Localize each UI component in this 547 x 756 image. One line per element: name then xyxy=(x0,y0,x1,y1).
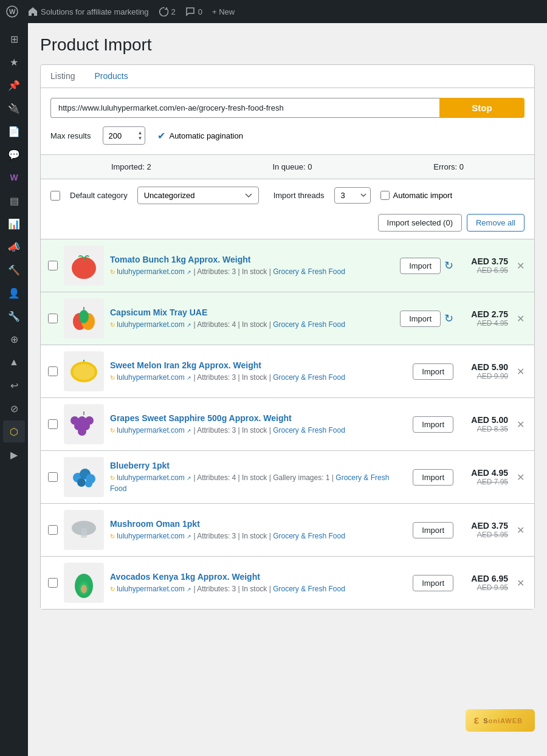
import-button[interactable]: Import xyxy=(413,363,453,380)
url-row: Stop xyxy=(50,98,525,118)
product-thumbnail xyxy=(64,246,104,286)
remove-button[interactable]: ✕ xyxy=(514,523,527,537)
import-threads-label: Import threads xyxy=(274,191,325,200)
auto-import-checkbox[interactable] xyxy=(380,191,390,200)
product-name[interactable]: Blueberry 1pkt xyxy=(110,461,407,470)
comments-button[interactable]: 0 xyxy=(185,7,202,16)
new-button[interactable]: + New xyxy=(212,7,235,16)
star-icon[interactable]: ★ xyxy=(3,51,25,73)
default-category-label: Default category xyxy=(70,191,128,200)
import-button[interactable]: Import xyxy=(413,522,453,538)
remove-button[interactable]: ✕ xyxy=(514,470,527,484)
triangle-icon[interactable]: ▲ xyxy=(3,351,25,373)
refresh-icon[interactable]: ↻ xyxy=(444,312,453,325)
import-selected-button[interactable]: Import selected (0) xyxy=(378,214,462,232)
product-import-card: Listing Products Stop Max results ▲▼ xyxy=(40,64,535,610)
source-link[interactable]: luluhypermarket.com xyxy=(117,320,184,329)
tools-icon[interactable]: 🔨 xyxy=(3,259,25,281)
woo-icon[interactable]: W xyxy=(3,167,25,188)
stats-row: Imported: 2 In queue: 0 Errors: 0 xyxy=(41,154,534,179)
plugin-icon[interactable]: 🔌 xyxy=(3,97,25,119)
product-name[interactable]: Tomato Bunch 1kg Approx. Weight xyxy=(110,255,394,264)
remove-button[interactable]: ✕ xyxy=(514,418,527,431)
undo-icon[interactable]: ↩ xyxy=(3,374,25,396)
imported-stat: Imported: 2 xyxy=(111,162,151,171)
product-name[interactable]: Capsicum Mix Tray UAE xyxy=(110,308,394,317)
circle-icon[interactable]: ⊘ xyxy=(3,397,25,419)
add-icon[interactable]: ⊕ xyxy=(3,328,25,350)
price-original: AED 6.95 xyxy=(459,266,508,275)
threads-select[interactable]: 3 1 2 4 5 xyxy=(334,187,371,204)
product-thumbnail xyxy=(64,404,104,444)
remove-button[interactable]: ✕ xyxy=(514,365,527,379)
url-section: Stop Max results ▲▼ ✔ Automatic paginati… xyxy=(41,88,534,154)
product-name[interactable]: Sweet Melon Iran 2kg Approx. Weight xyxy=(110,360,407,370)
dashboard-icon[interactable]: ⊞ xyxy=(3,28,25,50)
product-meta: ↻ luluhypermarket.com ↗ | Attributes: 3 … xyxy=(110,531,407,541)
remove-all-button[interactable]: Remove all xyxy=(467,214,525,232)
select-all-checkbox[interactable] xyxy=(50,191,60,201)
updates-button[interactable]: 2 xyxy=(159,7,176,16)
product-meta: ↻ luluhypermarket.com ↗ | Attributes: 3 … xyxy=(110,266,394,277)
wrench-icon[interactable]: 🔧 xyxy=(3,305,25,327)
svg-point-25 xyxy=(72,521,96,535)
page-title: Product Import xyxy=(40,35,535,55)
remove-button[interactable]: ✕ xyxy=(514,259,527,273)
product-price: AED 4.95 AED 7.95 xyxy=(459,468,508,486)
layout-icon[interactable]: ▤ xyxy=(3,190,25,211)
product-checkbox[interactable] xyxy=(48,314,58,323)
product-checkbox[interactable] xyxy=(48,261,58,270)
source-icon: ↻ xyxy=(110,427,115,434)
source-link[interactable]: luluhypermarket.com xyxy=(117,267,184,276)
tab-listing[interactable]: Listing xyxy=(41,65,84,88)
table-row: Blueberry 1pkt ↻ luluhypermarket.com ↗ |… xyxy=(41,451,534,504)
product-checkbox[interactable] xyxy=(48,419,58,429)
product-checkbox[interactable] xyxy=(48,472,58,482)
price-original: AED 9.95 xyxy=(459,583,508,592)
import-button[interactable]: Import xyxy=(400,258,441,274)
comment-icon[interactable]: 💬 xyxy=(3,143,25,165)
source-link[interactable]: luluhypermarket.com xyxy=(117,473,184,482)
source-link[interactable]: luluhypermarket.com xyxy=(117,373,184,382)
chart-icon[interactable]: 📊 xyxy=(3,213,25,235)
page-icon[interactable]: 📄 xyxy=(3,120,25,142)
import-button[interactable]: Import xyxy=(413,575,453,591)
product-name[interactable]: Grapes Sweet Sapphire 500g Approx. Weigh… xyxy=(110,413,407,423)
product-checkbox[interactable] xyxy=(48,366,58,376)
category-select[interactable]: Uncategorized xyxy=(137,187,259,204)
product-meta: ↻ luluhypermarket.com ↗ | Attributes: 4 … xyxy=(110,319,394,330)
tab-products[interactable]: Products xyxy=(84,65,137,88)
product-name[interactable]: Mushroom Oman 1pkt xyxy=(110,519,407,529)
play-icon[interactable]: ▶ xyxy=(3,444,25,466)
product-action: Import ↻ xyxy=(400,258,453,274)
product-action: Import xyxy=(413,575,453,591)
product-meta: ↻ luluhypermarket.com ↗ | Attributes: 4 … xyxy=(110,472,407,494)
import-button[interactable]: Import xyxy=(413,416,453,433)
ext-link-icon: ↗ xyxy=(187,534,191,540)
import-button[interactable]: Import xyxy=(400,311,441,327)
user-icon[interactable]: 👤 xyxy=(3,282,25,304)
source-link[interactable]: luluhypermarket.com xyxy=(117,532,184,540)
product-price: AED 5.00 AED 8.35 xyxy=(459,415,508,433)
remove-button[interactable]: ✕ xyxy=(514,312,527,326)
price-original: AED 9.90 xyxy=(459,372,508,380)
import-button[interactable]: Import xyxy=(413,469,453,486)
product-name[interactable]: Avocados Kenya 1kg Approx. Weight xyxy=(110,572,407,582)
refresh-icon[interactable]: ↻ xyxy=(444,259,453,272)
product-checkbox[interactable] xyxy=(48,525,58,535)
pin-icon[interactable]: 📌 xyxy=(3,74,25,96)
source-icon: ↻ xyxy=(110,321,115,328)
product-price: AED 5.90 AED 9.90 xyxy=(459,362,508,380)
source-link[interactable]: luluhypermarket.com xyxy=(117,426,184,435)
url-input[interactable] xyxy=(50,98,439,118)
wp-logo-button[interactable]: W xyxy=(6,5,18,18)
megaphone-icon[interactable]: 📣 xyxy=(3,236,25,258)
product-checkbox[interactable] xyxy=(48,578,58,588)
source-link[interactable]: luluhypermarket.com xyxy=(117,585,184,593)
max-results-input[interactable] xyxy=(108,131,135,140)
stepper-arrows[interactable]: ▲▼ xyxy=(137,130,142,141)
active-plugin-icon[interactable]: ⬡ xyxy=(3,421,25,442)
home-icon[interactable]: Solutions for affiliate marketing xyxy=(28,7,149,16)
remove-button[interactable]: ✕ xyxy=(514,576,527,590)
stop-button[interactable]: Stop xyxy=(439,98,525,118)
